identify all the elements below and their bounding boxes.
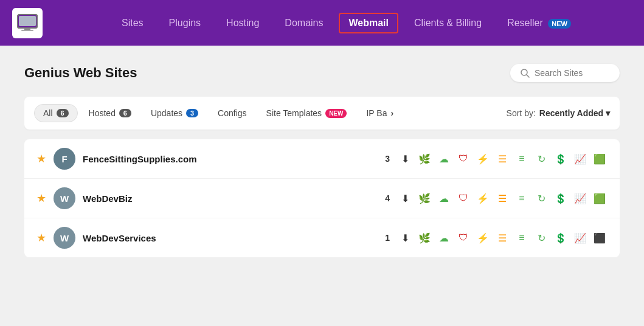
update-count: 3	[385, 154, 390, 164]
layers-icon[interactable]: ☰	[494, 190, 510, 206]
search-icon	[520, 68, 530, 78]
leaf-icon[interactable]: 🌿	[417, 230, 432, 246]
nav-hosting[interactable]: Hosting	[216, 13, 269, 33]
filter-all[interactable]: All 6	[34, 104, 78, 122]
logo	[12, 8, 43, 38]
sort-chevron-icon: ▾	[606, 108, 610, 118]
filter-site-templates-label: Site Templates	[266, 108, 322, 118]
nav-domains[interactable]: Domains	[275, 13, 333, 33]
refresh-icon[interactable]: ↻	[533, 151, 549, 167]
avatar: F	[54, 148, 75, 170]
shield-icon[interactable]: 🛡	[455, 151, 471, 167]
site-name[interactable]: FenceSittingSupplies.com	[83, 154, 372, 164]
action-icons: ⬇ 🌿 ☁ 🛡 ⚡ ☰ ≡ ↻ 💲 📈 🟩	[397, 190, 608, 206]
leaf-icon[interactable]: 🌿	[417, 151, 432, 167]
star-icon[interactable]: ★	[36, 231, 46, 244]
sort-label: Sort by:	[507, 108, 536, 118]
avatar: W	[54, 187, 75, 209]
more-arrow-icon: ›	[390, 108, 393, 118]
filter-hosted[interactable]: Hosted 6	[80, 105, 140, 122]
action-icons: ⬇ 🌿 ☁ 🛡 ⚡ ☰ ≡ ↻ 💲 📈 ⬛	[397, 230, 608, 246]
search-input[interactable]	[535, 68, 608, 78]
download-icon[interactable]: ⬇	[397, 190, 413, 206]
sites-list: ★ F FenceSittingSupplies.com 3 ⬇ 🌿 ☁ 🛡 ⚡…	[24, 139, 620, 257]
star-icon[interactable]: ★	[36, 152, 46, 165]
download-icon[interactable]: ⬇	[397, 230, 413, 246]
trend-icon[interactable]: 📈	[572, 230, 588, 246]
update-count: 1	[385, 233, 390, 243]
trend-icon[interactable]: 📈	[572, 151, 588, 167]
sort-area: Sort by: Recently Added ▾	[507, 108, 610, 118]
svg-rect-1	[19, 16, 36, 26]
site-name[interactable]: WebDevServices	[83, 233, 372, 243]
filter-configs[interactable]: Configs	[209, 105, 255, 122]
bolt-icon[interactable]: ⚡	[475, 230, 491, 246]
bolt-icon[interactable]: ⚡	[475, 151, 491, 167]
page-title: Genius Web Sites	[24, 65, 137, 81]
nav-webmail[interactable]: Webmail	[339, 13, 398, 33]
filter-ip-ban[interactable]: IP Ba ›	[358, 105, 402, 122]
layers-icon[interactable]: ☰	[494, 151, 510, 167]
filter-updates-count: 3	[186, 109, 198, 117]
cloud-icon[interactable]: ☁	[436, 151, 452, 167]
menu-icon[interactable]: ≡	[514, 151, 530, 167]
sort-select[interactable]: Recently Added ▾	[539, 108, 610, 118]
dollar-icon[interactable]: 💲	[553, 230, 569, 246]
page-icon[interactable]: 🟩	[592, 190, 608, 206]
reseller-badge: NEW	[548, 19, 571, 29]
filter-updates-label: Updates	[151, 108, 182, 118]
svg-rect-4	[21, 30, 33, 31]
site-name[interactable]: WebDevBiz	[83, 193, 372, 204]
download-icon[interactable]: ⬇	[397, 151, 413, 167]
main-content: Genius Web Sites All 6 Hosted 6 Updates …	[0, 46, 644, 269]
filter-ip-ban-label: IP Ba	[366, 108, 387, 118]
navbar: Sites Plugins Hosting Domains Webmail Cl…	[0, 0, 644, 46]
nav-reseller[interactable]: Reseller NEW	[497, 13, 581, 33]
menu-icon[interactable]: ≡	[514, 230, 530, 246]
filter-hosted-count: 6	[119, 109, 131, 117]
svg-line-6	[527, 75, 529, 77]
table-row: ★ W WebDevServices 1 ⬇ 🌿 ☁ 🛡 ⚡ ☰ ≡ ↻ 💲 📈…	[24, 218, 620, 257]
table-row: ★ F FenceSittingSupplies.com 3 ⬇ 🌿 ☁ 🛡 ⚡…	[24, 139, 620, 179]
trend-icon[interactable]: 📈	[572, 190, 588, 206]
menu-icon[interactable]: ≡	[514, 190, 530, 206]
filter-bar: All 6 Hosted 6 Updates 3 Configs Site Te…	[24, 97, 620, 130]
refresh-icon[interactable]: ↻	[533, 190, 549, 206]
bolt-icon[interactable]: ⚡	[475, 190, 491, 206]
cloud-icon[interactable]: ☁	[436, 190, 452, 206]
layers-icon[interactable]: ☰	[494, 230, 510, 246]
svg-rect-3	[24, 28, 30, 30]
star-icon[interactable]: ★	[36, 192, 46, 205]
nav-items: Sites Plugins Hosting Domains Webmail Cl…	[61, 13, 632, 33]
avatar: W	[54, 227, 75, 249]
action-icons: ⬇ 🌿 ☁ 🛡 ⚡ ☰ ≡ ↻ 💲 📈 🟩	[397, 151, 608, 167]
shield-icon[interactable]: 🛡	[455, 230, 471, 246]
page-icon[interactable]: 🟩	[592, 151, 608, 167]
nav-plugins[interactable]: Plugins	[159, 13, 210, 33]
dollar-icon[interactable]: 💲	[553, 190, 569, 206]
nav-sites[interactable]: Sites	[112, 13, 153, 33]
filter-updates[interactable]: Updates 3	[142, 105, 207, 122]
filter-hosted-label: Hosted	[89, 108, 116, 118]
cloud-icon[interactable]: ☁	[436, 230, 452, 246]
filter-site-templates[interactable]: Site Templates NEW	[258, 105, 356, 122]
dollar-icon[interactable]: 💲	[553, 151, 569, 167]
update-count: 4	[385, 193, 390, 203]
nav-clients-billing[interactable]: Clients & Billing	[404, 13, 491, 33]
table-row: ★ W WebDevBiz 4 ⬇ 🌿 ☁ 🛡 ⚡ ☰ ≡ ↻ 💲 📈 🟩	[24, 179, 620, 218]
page-gray-icon[interactable]: ⬛	[592, 230, 608, 246]
filter-all-count: 6	[57, 109, 69, 117]
refresh-icon[interactable]: ↻	[533, 230, 549, 246]
search-box[interactable]	[510, 64, 620, 82]
site-templates-new-badge: NEW	[325, 109, 347, 118]
filter-all-label: All	[43, 108, 53, 118]
page-header: Genius Web Sites	[24, 64, 620, 82]
leaf-icon[interactable]: 🌿	[417, 190, 432, 206]
filter-configs-label: Configs	[218, 108, 246, 118]
shield-icon[interactable]: 🛡	[455, 190, 471, 206]
